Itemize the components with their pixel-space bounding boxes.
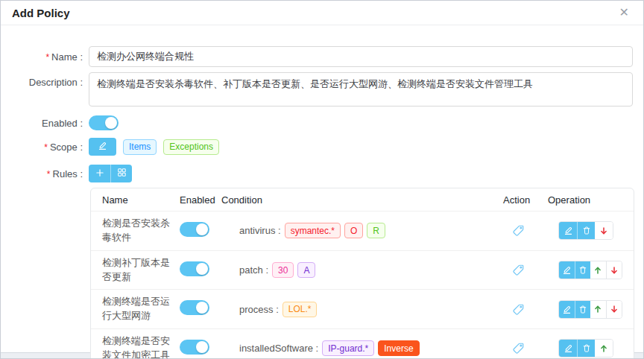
condition-tag: symantec.* <box>285 223 341 238</box>
pencil-icon <box>98 141 107 153</box>
table-row: 检测是否安装杀毒软件antivirus :symantec.*OR <box>91 212 634 251</box>
tag-icon[interactable] <box>512 264 525 276</box>
toggle-knob <box>196 263 208 275</box>
table-row: 检测终端是否运行大型网游process :LOL.* <box>91 290 634 329</box>
rule-enabled-cell <box>180 300 221 318</box>
move-down-button[interactable] <box>595 222 613 239</box>
rules-field-row: *Rules : <box>1 165 643 182</box>
toggle-knob <box>196 302 208 314</box>
rule-enabled-toggle[interactable] <box>180 340 209 355</box>
condition-tag: O <box>344 223 363 238</box>
scope-tag: Exceptions <box>163 139 219 155</box>
delete-rule-button[interactable] <box>577 340 595 357</box>
tag-icon[interactable] <box>512 303 525 316</box>
edit-rule-button[interactable] <box>559 261 575 279</box>
operation-button-group <box>558 300 622 319</box>
rule-operation <box>548 300 622 319</box>
plus-icon <box>95 168 104 180</box>
trash-icon <box>578 265 587 275</box>
rule-condition: process :LOL.* <box>221 302 503 317</box>
rule-enabled-toggle[interactable] <box>180 261 209 276</box>
condition-tag: R <box>367 223 385 238</box>
toggle-knob <box>196 341 208 353</box>
dialog-title: Add Policy <box>12 7 70 19</box>
arrow-down-icon <box>610 266 619 275</box>
move-down-button[interactable] <box>606 301 622 318</box>
move-down-button[interactable] <box>606 261 622 279</box>
condition-tag: Inverse <box>378 340 419 356</box>
condition-key: antivirus : <box>239 225 281 236</box>
rule-enabled-cell <box>180 222 221 240</box>
rules-label: *Rules : <box>1 168 89 180</box>
tag-icon[interactable] <box>512 342 525 355</box>
condition-key: patch : <box>239 264 268 276</box>
required-mark: * <box>47 169 51 180</box>
arrow-up-icon <box>593 266 602 275</box>
rules-table: NameEnabledConditionActionOperation 检测是否… <box>90 188 634 359</box>
scope-label: *Scope : <box>1 142 89 153</box>
scope-tags: ItemsExceptions <box>116 139 219 155</box>
toggle-knob <box>196 223 208 235</box>
condition-tag: LOL.* <box>282 302 318 317</box>
tag-icon[interactable] <box>512 224 525 237</box>
column-header: Condition <box>221 194 503 206</box>
move-up-button[interactable] <box>590 301 606 318</box>
grid-icon <box>117 168 127 180</box>
rule-action <box>503 264 548 276</box>
condition-tag: 30 <box>272 262 294 278</box>
delete-rule-button[interactable] <box>577 222 595 239</box>
rule-action <box>503 303 548 316</box>
rule-name: 检测终端是否运行大型网游 <box>102 295 180 323</box>
rule-condition: patch :30A <box>221 262 503 278</box>
condition-key: installedSoftware : <box>239 343 318 354</box>
operation-button-group <box>558 339 613 358</box>
table-row: 检测终端是否安装文件加密工具installedSoftware :IP-guar… <box>91 329 634 359</box>
pencil-icon <box>562 265 572 275</box>
pencil-icon <box>564 226 573 235</box>
move-up-button[interactable] <box>590 261 606 279</box>
rule-enabled-toggle[interactable] <box>180 222 209 237</box>
column-header: Name <box>102 194 180 206</box>
rule-name: 检测是否安装杀毒软件 <box>102 217 180 245</box>
arrow-down-icon <box>599 226 608 235</box>
enabled-field-row: Enabled : <box>1 114 643 132</box>
rule-action <box>503 342 548 355</box>
edit-rule-button[interactable] <box>559 222 577 239</box>
enabled-toggle[interactable] <box>89 115 119 130</box>
rule-operation <box>548 221 622 240</box>
trash-icon <box>582 343 591 353</box>
required-mark: * <box>45 52 49 63</box>
table-row: 检测补丁版本是否更新patch :30A <box>91 251 634 290</box>
delete-rule-button[interactable] <box>575 301 590 318</box>
add-rule-button[interactable] <box>89 165 110 182</box>
description-field-row: Description : 检测终端是否安装杀毒软件、补丁版本是否更新、是否运行… <box>1 72 643 107</box>
scope-field-row: *Scope : ItemsExceptions <box>1 138 643 156</box>
column-header: Enabled <box>180 194 221 206</box>
table-body: 检测是否安装杀毒软件antivirus :symantec.*OR检测补丁版本是… <box>91 212 634 359</box>
rule-operation <box>548 339 622 358</box>
edit-rule-button[interactable] <box>559 301 575 318</box>
arrow-up-icon <box>593 305 602 314</box>
toggle-knob <box>105 117 117 129</box>
rule-enabled-toggle[interactable] <box>180 300 209 315</box>
description-input[interactable]: 检测终端是否安装杀毒软件、补丁版本是否更新、是否运行大型网游、检测终端是否安装文… <box>89 72 633 107</box>
rules-button-group <box>89 165 132 182</box>
add-policy-dialog: Add Policy ✕ *Name : Description : 检测终端是… <box>1 1 643 353</box>
delete-rule-button[interactable] <box>575 261 590 279</box>
condition-key: process : <box>239 304 279 315</box>
column-header: Operation <box>548 194 622 206</box>
trash-icon <box>582 226 591 235</box>
scope-tag: Items <box>123 139 157 155</box>
scope-edit-button[interactable] <box>89 138 116 156</box>
table-header: NameEnabledConditionActionOperation <box>91 188 634 212</box>
name-label: *Name : <box>1 51 89 63</box>
pencil-icon <box>562 305 572 314</box>
close-icon[interactable]: ✕ <box>616 5 632 20</box>
arrow-down-icon <box>610 305 619 314</box>
rule-layout-button[interactable] <box>110 165 132 182</box>
move-up-button[interactable] <box>595 340 613 357</box>
name-input[interactable] <box>89 46 633 67</box>
edit-rule-button[interactable] <box>559 340 577 357</box>
enabled-label: Enabled : <box>1 118 89 129</box>
operation-button-group <box>558 261 622 279</box>
